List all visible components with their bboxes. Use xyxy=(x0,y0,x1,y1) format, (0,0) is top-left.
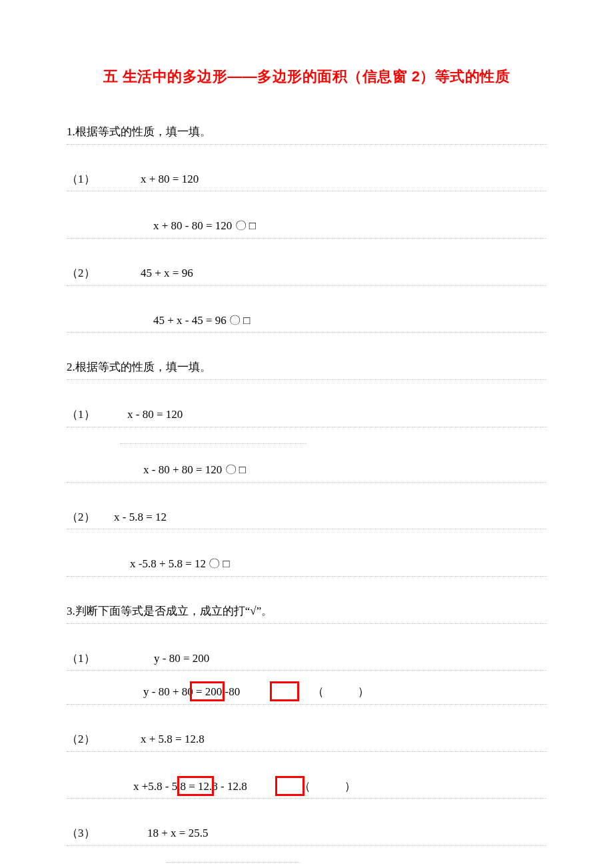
equation: 45 + x = 96 xyxy=(141,267,193,279)
q1-p1-eq2: x + 80 - 80 = 120 〇 □ xyxy=(67,214,546,239)
red-box-highlight xyxy=(275,776,305,796)
equation: y - 80 = 200 xyxy=(154,652,209,665)
q2-p2-eq2: x -5.8 + 5.8 = 12 〇 □ xyxy=(67,552,546,577)
label: （3） xyxy=(67,827,95,839)
eq-part-a: y - 80 + xyxy=(143,685,182,698)
q3-p3-eq1: （3） 18 + x = 25.5 xyxy=(67,821,546,846)
label: （2） xyxy=(67,511,95,523)
q3-p2-eq1: （2） x + 5.8 = 12.8 xyxy=(67,727,546,752)
equation: x - 5.8 = 12 xyxy=(114,511,167,523)
red-box-highlight xyxy=(270,681,299,701)
q3-prompt: 3.判断下面等式是否成立，成立的打“√”。 xyxy=(67,599,546,624)
q2-p2-eq1: （2） x - 5.8 = 12 xyxy=(67,505,546,530)
page-title: 五 生活中的多边形——多边形的面积（信息窗 2）等式的性质 xyxy=(67,67,546,87)
red-box-highlight xyxy=(190,681,225,701)
label: （1） xyxy=(67,408,95,421)
eq-part-d: 8 xyxy=(241,780,247,793)
q2-p1-eq2: x - 80 + 80 = 120 〇 □ xyxy=(67,458,546,483)
q3-p1-eq1: （1） y - 80 = 200 xyxy=(67,647,546,671)
q1-p1-eq1: （1） x + 80 = 120 xyxy=(67,167,546,192)
q2-p1-eq1: （1） x - 80 = 120 xyxy=(67,403,546,427)
equation: x - 80 = 120 xyxy=(127,408,183,421)
q1-p2-eq1: （2） 45 + x = 96 xyxy=(67,261,546,286)
paren-blank: （ ） xyxy=(312,685,369,698)
paren-blank: （ ） xyxy=(299,780,356,793)
equation: x + 80 = 120 xyxy=(141,173,199,185)
q1-p2-eq2: 45 + x - 45 = 96 〇 □ xyxy=(67,309,546,333)
q3-p2-eq2: x +5.8 - 5.8 = 12.8 - 12.8 （ ） xyxy=(67,775,546,799)
worksheet-page: 五 生活中的多边形——多边形的面积（信息窗 2）等式的性质 1.根据等式的性质，… xyxy=(0,0,613,868)
label: （2） xyxy=(67,267,95,279)
divider xyxy=(67,437,546,449)
divider xyxy=(67,855,546,867)
q2-prompt: 2.根据等式的性质，填一填。 xyxy=(67,355,546,380)
q1-prompt: 1.根据等式的性质，填一填。 xyxy=(67,120,546,145)
label: （1） xyxy=(67,652,95,665)
equation: 18 + x = 25.5 xyxy=(147,827,208,839)
red-box-highlight xyxy=(177,776,214,796)
label: （1） xyxy=(67,173,95,185)
label: （2） xyxy=(67,733,95,745)
equation: x + 5.8 = 12.8 xyxy=(141,733,205,745)
eq-part-a: x +5.8 - xyxy=(133,780,172,793)
q3-p1-eq2: y - 80 + 80 = 200 -80 （ ） xyxy=(67,680,546,705)
